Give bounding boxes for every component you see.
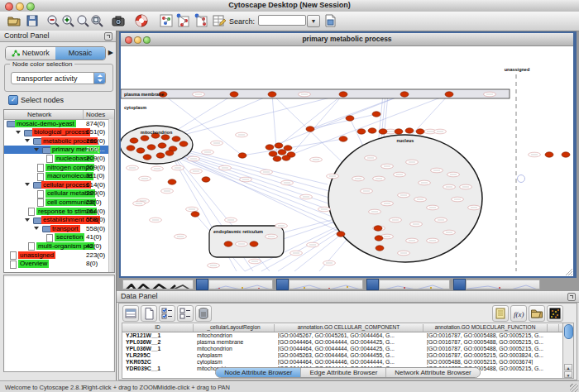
table-cell[interactable]: YPL036W__2 <box>126 339 192 345</box>
table-cell[interactable]: cytoplasm <box>197 352 273 358</box>
minimized-window-fragment[interactable] <box>466 280 540 289</box>
select-nodes-checkbox[interactable]: ✓ <box>8 95 18 105</box>
table-cell[interactable]: [GO:0044464, GO:0044444, GO:0044425, G..… <box>278 339 422 345</box>
network-node[interactable] <box>337 232 345 237</box>
zoom-out-icon[interactable] <box>45 13 60 28</box>
table-cell[interactable]: [GO:0045263, GO:0044464, GO:0044455, G..… <box>278 352 422 358</box>
tree-row-label[interactable]: Overview <box>18 260 49 268</box>
table-column-header[interactable]: annotation.GO CELLULAR_COMPONENT <box>275 324 423 332</box>
tree-row-label[interactable]: transport <box>50 225 80 233</box>
select-attributes-icon[interactable] <box>159 305 175 322</box>
network-node[interactable] <box>379 129 387 134</box>
table-cell[interactable]: [GO:0044464, GO:0044446, GO:0044444, G..… <box>278 359 422 365</box>
minimized-window-titlebar[interactable] <box>366 279 379 290</box>
table-row[interactable]: YKR052Ccytoplasm[GO:0044464, GO:0044446,… <box>122 358 562 365</box>
network-node[interactable] <box>357 129 366 134</box>
table-cell[interactable]: [GO:0016787, GO:0005215, GO:0003824, G..… <box>427 352 546 358</box>
tree-row[interactable]: transport558(0) <box>4 224 114 233</box>
table-cell[interactable]: [GO:0005488, GO:0005215, GO:0003674] <box>427 359 546 365</box>
tree-expander-icon[interactable] <box>25 139 30 142</box>
network-node[interactable] <box>405 128 414 133</box>
open-session-icon[interactable] <box>7 13 22 28</box>
plugin-grid-icon[interactable] <box>159 13 174 28</box>
table-column-header[interactable] <box>548 324 559 332</box>
network-node[interactable] <box>161 135 170 140</box>
attribute-table-icon[interactable] <box>122 305 139 322</box>
network-node[interactable] <box>400 92 409 97</box>
minimized-window-fragment[interactable] <box>208 280 273 289</box>
snapshot-icon[interactable] <box>111 13 126 28</box>
search-dropdown-icon[interactable]: ▼ <box>307 15 320 27</box>
tree-expander-icon[interactable] <box>25 183 30 186</box>
window-titlebar[interactable]: Cytoscape Desktop (New Session) <box>0 0 579 12</box>
network-node[interactable] <box>141 136 149 141</box>
tree-expander-icon[interactable] <box>25 218 30 222</box>
tree-row-label[interactable]: secretion <box>55 233 84 241</box>
network-node[interactable] <box>156 153 165 158</box>
network-node[interactable] <box>238 153 246 158</box>
tree-row-label[interactable]: cellular process <box>41 181 91 189</box>
minimized-window-titlebar[interactable] <box>453 279 466 290</box>
tree-row[interactable]: multi-organism pro42(0) <box>4 241 114 251</box>
network-node[interactable] <box>172 136 180 141</box>
new-attribute-icon[interactable] <box>141 305 157 322</box>
function-builder-icon[interactable]: f(x) <box>510 305 527 322</box>
table-column-header[interactable]: ID <box>122 324 194 332</box>
tree-row[interactable]: cell communicat22(0) <box>4 198 114 207</box>
tab-overflow-arrow-icon[interactable]: ▶ <box>108 49 113 56</box>
network-node[interactable] <box>143 155 151 160</box>
minimized-window-fragment[interactable] <box>379 280 450 289</box>
tree-row[interactable]: establishment of lo558(0) <box>4 216 114 225</box>
fit-content-icon[interactable] <box>89 13 104 28</box>
tree-row[interactable]: mosaic-demo-yeast874(0) <box>4 119 114 128</box>
attribute-browser-tab[interactable]: Node Attribute Browser <box>216 368 301 377</box>
network-node[interactable] <box>268 92 276 97</box>
tree-row[interactable]: biological_process651(0) <box>4 128 114 137</box>
network-node[interactable] <box>250 241 258 246</box>
tree-col-divider[interactable] <box>83 110 84 119</box>
network-node[interactable] <box>168 179 176 184</box>
table-cell[interactable]: [GO:0044464, GO:0044444, GO:0044425, G..… <box>278 346 422 351</box>
network-node[interactable] <box>375 236 383 241</box>
tab-mosaic[interactable]: Mosaic <box>55 47 105 60</box>
canvas-resize-grip[interactable] <box>566 269 572 275</box>
node-color-dropdown[interactable]: transporter activity <box>11 72 106 84</box>
tab-network[interactable]: Network <box>6 47 55 60</box>
network-node[interactable] <box>202 177 210 182</box>
tree-col-network[interactable]: Network <box>27 111 51 118</box>
attribute-matrix-icon[interactable] <box>547 305 563 322</box>
minimized-window-titlebar[interactable] <box>276 279 289 290</box>
tree-row[interactable]: nitrogen compo209(0) <box>4 163 114 172</box>
table-cell[interactable]: plasma membrane <box>197 339 273 345</box>
notes-icon[interactable] <box>492 305 509 322</box>
tree-row-label[interactable]: biological_process <box>32 128 90 136</box>
table-cell[interactable]: YLR295C <box>126 352 192 358</box>
network-node[interactable] <box>130 138 138 143</box>
tree-row-label[interactable]: mosaic-demo-yeast <box>15 120 76 128</box>
tree-expander-icon[interactable] <box>16 131 21 134</box>
table-scrollbar-thumb[interactable] <box>564 324 573 339</box>
network-node[interactable] <box>147 145 156 150</box>
network-node[interactable] <box>368 128 376 133</box>
tree-row-label[interactable]: unassigned <box>18 251 55 260</box>
network-window-titlebar[interactable]: primary metabolic process <box>121 33 573 46</box>
table-column-header[interactable]: annotation.GO MOLECULAR_FUNCTION <box>423 324 548 332</box>
table-row[interactable]: YPL036W__1mitochondrion[GO:0044464, GO:0… <box>122 345 562 351</box>
minimized-window-fragment[interactable] <box>122 280 194 289</box>
float-panel-icon[interactable] <box>104 32 112 41</box>
table-cell[interactable]: mitochondrion <box>197 332 273 338</box>
tree-row[interactable]: Overview8(0) <box>4 260 114 269</box>
plugin-layout-icon-1[interactable] <box>175 13 190 28</box>
zoom-selected-icon[interactable] <box>75 13 90 28</box>
table-cell[interactable]: mitochondrion <box>197 346 273 351</box>
network-node[interactable] <box>275 143 283 148</box>
network-node[interactable] <box>562 152 570 157</box>
table-row[interactable]: YJR121W__1mitochondrion[GO:0045267, GO:0… <box>122 332 562 339</box>
table-column-header[interactable]: _cellularLayoutRegion <box>194 324 275 332</box>
network-node[interactable] <box>127 146 135 151</box>
minimized-window-fragment[interactable] <box>289 280 363 289</box>
attribute-browser-tab[interactable]: Edge Attribute Browser <box>301 368 386 377</box>
table-cell[interactable]: YKR052C <box>126 359 192 365</box>
help-icon[interactable] <box>134 13 149 28</box>
table-row[interactable]: YLR295Ccytoplasm[GO:0045263, GO:0044464,… <box>122 351 562 358</box>
